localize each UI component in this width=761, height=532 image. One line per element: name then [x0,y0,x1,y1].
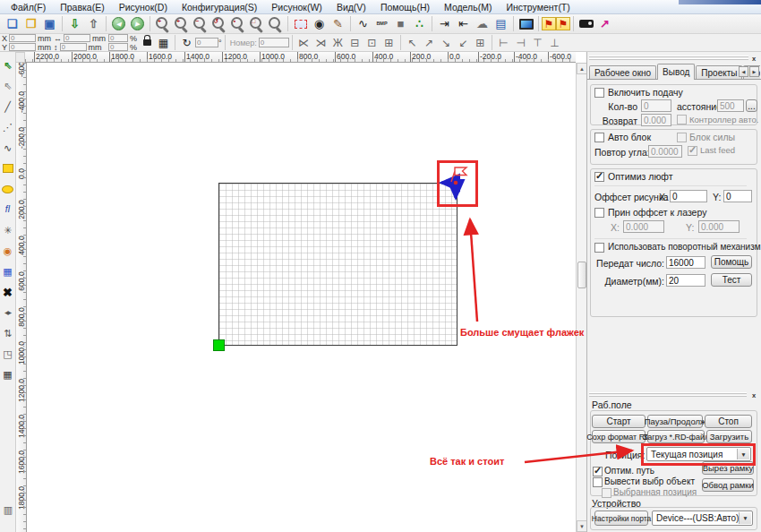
corner-top-left-icon[interactable]: ↖ [404,35,421,50]
pause-button[interactable]: Пауза/Продолж [647,415,703,428]
zoom-selection-icon[interactable]: + [153,15,172,32]
repeat-angle-input[interactable] [648,145,682,158]
zoom-extents-icon[interactable]: ▪ [228,15,247,32]
selected-pos-checkbox[interactable] [602,488,611,498]
menu-tools[interactable]: Инструмент(T) [499,0,577,13]
polyline-tool-icon[interactable]: ⋰ [1,120,15,134]
stop-button[interactable]: Стоп [705,415,752,428]
pen-cut-icon[interactable]: ✎ [329,15,347,32]
device-output-icon[interactable] [577,15,595,32]
grid-tool-icon[interactable]: ▦ [1,264,15,279]
opt-path-checkbox[interactable] [593,467,603,476]
menu-edit[interactable]: Правка(E) [53,0,111,13]
menu-help[interactable]: Помощь(H) [373,0,437,13]
bezier-tool-icon[interactable]: ∿ [1,141,15,155]
panel-splitter[interactable] [589,56,748,60]
zoom-view-icon[interactable] [266,15,285,32]
width-input[interactable] [64,34,90,42]
feed-count-input[interactable] [641,99,671,112]
height-input[interactable] [60,43,87,51]
ellipse-tool-icon[interactable] [1,182,15,196]
trace-frame-button[interactable]: Обвод рамки [702,478,754,492]
laser-y-input[interactable] [698,220,740,233]
curve-icon[interactable]: ∿ [354,15,372,32]
corner-bottom-right-icon[interactable]: ↘ [438,35,455,50]
space-horizontal-icon[interactable]: ⊟ [346,35,363,50]
bmp-icon[interactable]: BMP [372,15,391,32]
same-width-icon[interactable]: ⋉ [295,35,312,50]
panel-close-icon[interactable]: x [749,54,758,63]
x-input[interactable] [9,34,36,42]
offset-y-input[interactable] [723,190,752,202]
auto-block-checkbox[interactable] [594,133,604,142]
angle-input[interactable] [195,38,218,47]
text-tool-icon[interactable]: fI [1,202,15,217]
anchor-point[interactable] [213,339,225,351]
flag-start-icon[interactable]: ⚑ [542,17,556,30]
mirror-h-tool-icon[interactable]: ◀▶ [1,305,15,320]
table-icon[interactable]: ▦ [155,35,172,50]
new-file-icon[interactable]: ❏ [3,15,21,32]
ratio-input[interactable] [666,256,705,269]
rotary-checkbox[interactable] [594,243,604,253]
scale-y-input[interactable] [108,43,128,51]
laser-pointer-icon[interactable]: ↗ [595,15,614,32]
select-tool-icon[interactable]: ⇖ [1,58,15,73]
device-select[interactable]: Device---(USB:Авто) ▼ [652,511,753,526]
workpiece-rectangle[interactable] [218,183,457,346]
feed-more-button[interactable]: ... [746,99,757,112]
select-rect-icon[interactable] [291,15,310,32]
feed-return-input[interactable] [641,114,671,126]
tab-scroll-right-icon[interactable]: ▶ [749,66,759,77]
load-rd-button[interactable]: Загруз *.RD-файл [647,430,705,443]
back-icon[interactable]: ◀ [109,15,128,32]
center-origin-icon[interactable]: ⊞ [472,35,489,50]
machine-tool-icon[interactable]: ▥ [1,502,15,517]
dim-width-icon[interactable]: ⇥ [435,15,454,32]
save-file-icon[interactable]: ▣ [40,15,59,32]
tab-output[interactable]: Вывод [657,64,695,80]
panel-close-icon[interactable]: x [749,390,758,399]
menu-view[interactable]: Вид(V) [329,0,373,13]
zoom-out-icon[interactable]: − [191,15,209,32]
open-file-icon[interactable]: ❒ [21,15,40,32]
tab-scroll-left-icon[interactable]: ◀ [739,66,748,77]
weld-icon[interactable]: ☁ [473,15,492,32]
eye-dropper-icon[interactable]: ◉ [310,15,329,32]
corner-top-right-icon[interactable]: ↗ [421,35,438,50]
properties-icon[interactable]: ▤ [492,15,510,32]
port-settings-button[interactable]: Настройки порта [594,511,648,526]
import-icon[interactable]: ⇩ [65,15,84,32]
rotate-icon[interactable]: ↻ [178,35,195,50]
help-button[interactable]: Помощь [711,255,752,269]
y-input[interactable] [9,43,36,51]
scale-x-input[interactable] [108,34,128,42]
scroll-thumb[interactable] [577,262,586,288]
corner-bottom-left-icon[interactable]: ↙ [455,35,472,50]
flag-origin-icon[interactable]: ⚑ [556,17,570,30]
last-feed-checkbox[interactable] [688,146,697,156]
center-both-icon[interactable]: ⊞ [380,35,398,50]
zoom-page-icon[interactable]: □ [247,15,266,32]
force-block-checkbox[interactable] [677,133,687,142]
enable-feed-checkbox[interactable] [594,88,604,98]
forward-icon[interactable]: ▶ [128,15,147,32]
start-button[interactable]: Старт [592,415,646,428]
align-top-icon[interactable]: ⊤ [529,35,546,50]
space-vertical-icon[interactable]: ⊡ [363,35,380,50]
dropdown-arrow-icon[interactable]: ▼ [739,512,751,524]
same-height-icon[interactable]: ⋊ [312,35,329,50]
panel-splitter[interactable] [589,392,747,397]
menu-draw2[interactable]: Рисунок(W) [264,0,329,13]
diameter-input[interactable] [666,274,705,287]
same-size-icon[interactable]: Ж [329,35,346,50]
export-icon[interactable]: ⇧ [84,15,103,32]
array-tool-icon[interactable]: ▦ [1,367,15,382]
number-input[interactable] [259,38,289,47]
backlash-checkbox[interactable] [594,172,604,182]
laser-x-input[interactable] [623,220,664,233]
zoom-in-icon[interactable]: + [172,15,191,32]
preview-icon[interactable] [517,15,535,32]
test-button[interactable]: Тест [711,273,752,287]
rect-tool-icon[interactable] [1,161,15,176]
